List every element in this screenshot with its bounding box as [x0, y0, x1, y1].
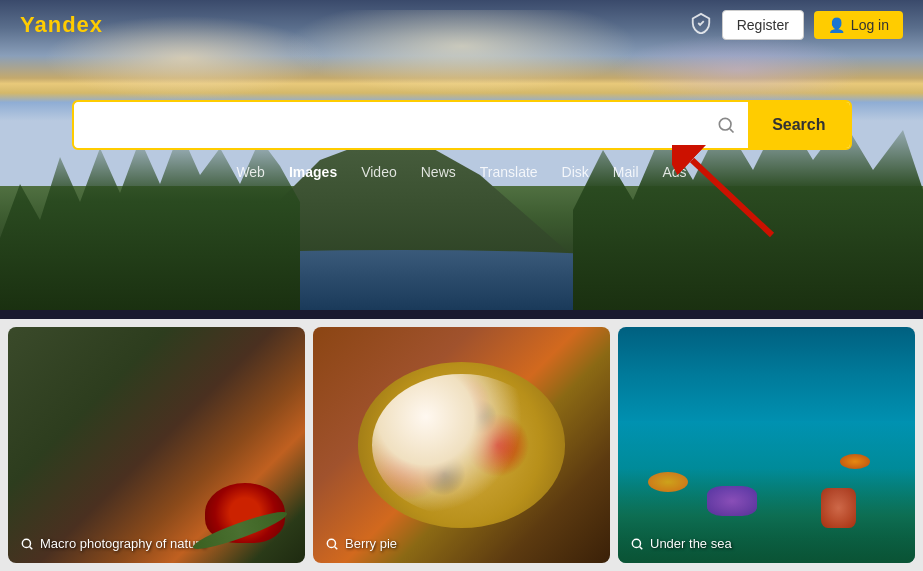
card-under-sea[interactable]: Under the sea	[618, 327, 915, 563]
header-actions: Register 👤 Log in	[690, 10, 903, 40]
card-macro-label: Macro photography of nature	[20, 536, 207, 551]
tab-ads[interactable]: Ads	[653, 160, 697, 184]
search-button[interactable]: Search	[748, 102, 849, 148]
svg-point-5	[632, 539, 640, 547]
coral-decoration	[707, 486, 757, 516]
logo-text: Yandex	[20, 12, 103, 37]
tab-mail[interactable]: Mail	[603, 160, 649, 184]
svg-point-0	[719, 118, 731, 130]
coral-decoration	[821, 488, 856, 528]
tab-web[interactable]: Web	[226, 160, 275, 184]
search-icon	[630, 537, 644, 551]
camera-search-button[interactable]	[704, 105, 748, 145]
image-cards-section: Macro photography of nature Berry pie Un…	[0, 319, 923, 571]
search-input[interactable]	[74, 102, 705, 148]
logo: Yandex	[20, 12, 103, 38]
tab-disk[interactable]: Disk	[552, 160, 599, 184]
fish-decoration	[648, 472, 688, 492]
search-icon	[325, 537, 339, 551]
tab-video[interactable]: Video	[351, 160, 407, 184]
register-button[interactable]: Register	[722, 10, 804, 40]
card-sea-label: Under the sea	[630, 536, 732, 551]
login-button[interactable]: 👤 Log in	[814, 11, 903, 39]
search-icon	[20, 537, 34, 551]
card-pie-label: Berry pie	[325, 536, 397, 551]
svg-point-3	[22, 539, 30, 547]
card-macro-photography[interactable]: Macro photography of nature	[8, 327, 305, 563]
header: Yandex Register 👤 Log in	[0, 0, 923, 50]
fish-decoration	[840, 454, 870, 469]
svg-point-4	[327, 539, 335, 547]
user-icon: 👤	[828, 17, 845, 33]
tab-news[interactable]: News	[411, 160, 466, 184]
nav-tabs: Web Images Video News Translate Disk Mai…	[72, 160, 852, 184]
card-berry-pie[interactable]: Berry pie	[313, 327, 610, 563]
search-box: Search	[72, 100, 852, 150]
search-area: Search Web Images Video News Translate D…	[72, 100, 852, 184]
tab-images[interactable]: Images	[279, 160, 347, 184]
shield-icon	[690, 12, 712, 39]
tab-translate[interactable]: Translate	[470, 160, 548, 184]
